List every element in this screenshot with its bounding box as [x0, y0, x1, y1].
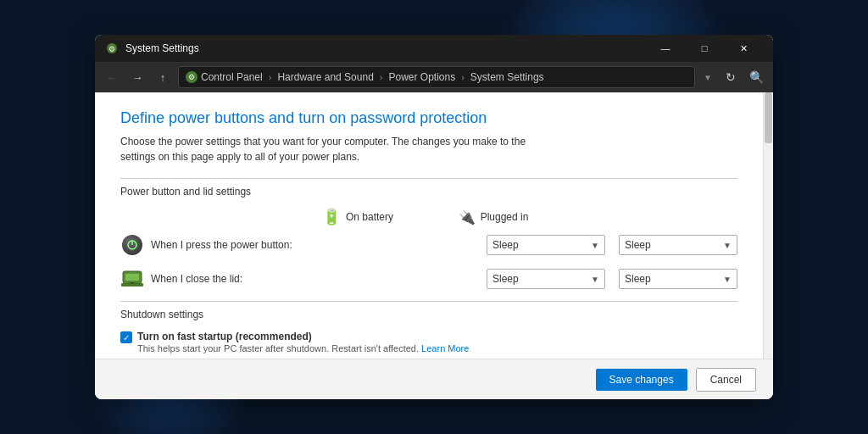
main-panel: Define power buttons and turn on passwor…: [95, 92, 763, 359]
power-button-plugged-value: Sleep: [625, 239, 651, 251]
window-title: System Settings: [125, 42, 646, 54]
battery-icon: 🔋: [322, 208, 341, 226]
close-lid-battery-arrow: ▼: [591, 275, 599, 284]
close-lid-plugged-value: Sleep: [625, 273, 651, 285]
on-battery-header: 🔋 On battery: [290, 208, 426, 226]
close-lid-icon: [120, 267, 144, 291]
sep-1: ›: [269, 72, 272, 82]
plug-icon: 🔌: [459, 209, 476, 225]
sep-3: ›: [461, 72, 465, 82]
on-battery-label: On battery: [346, 211, 393, 223]
power-button-plugged-select[interactable]: Sleep ▼: [619, 235, 737, 255]
svg-point-7: [130, 282, 135, 284]
close-lid-selects: Sleep ▼ Sleep ▼: [487, 269, 737, 289]
refresh-button[interactable]: ↻: [721, 67, 741, 87]
close-button[interactable]: ✕: [724, 35, 763, 62]
power-button-plugged-arrow: ▼: [723, 241, 732, 250]
search-button[interactable]: 🔍: [746, 67, 766, 87]
power-button-battery-value: Sleep: [492, 239, 519, 251]
power-button-battery-select[interactable]: Sleep ▼: [487, 235, 605, 255]
svg-rect-5: [125, 274, 139, 281]
scrollbar-thumb[interactable]: [765, 92, 772, 143]
plugged-in-header: 🔌 Plugged in: [426, 208, 561, 226]
close-lid-battery-value: Sleep: [492, 273, 519, 285]
close-lid-plugged-arrow: ▼: [723, 275, 732, 284]
fast-startup-checkbox[interactable]: ✓: [120, 331, 132, 343]
power-button-row: When I press the power button: Sleep ▼ S…: [120, 233, 737, 257]
divider-2: [120, 301, 737, 302]
sep-2: ›: [380, 72, 383, 82]
minimize-button[interactable]: —: [646, 35, 685, 62]
back-button[interactable]: ←: [102, 67, 122, 87]
power-button-battery-arrow: ▼: [591, 241, 599, 250]
learn-more-link[interactable]: Learn More: [421, 343, 469, 353]
title-bar: ⚙ System Settings — □ ✕: [95, 35, 773, 62]
address-bar: ← → ↑ ⚙ Control Panel › Hardware and Sou…: [95, 62, 773, 92]
svg-text:⚙: ⚙: [108, 45, 115, 53]
power-button-selects: Sleep ▼ Sleep ▼: [487, 235, 737, 255]
maximize-button[interactable]: □: [685, 35, 724, 62]
content-area: Define power buttons and turn on passwor…: [95, 92, 773, 359]
fast-startup-content: Turn on fast startup (recommended) This …: [137, 331, 737, 353]
shutdown-section-label: Shutdown settings: [120, 309, 737, 320]
scrollbar-track[interactable]: [763, 92, 773, 359]
forward-button[interactable]: →: [127, 67, 147, 87]
page-description: Choose the power settings that you want …: [120, 134, 527, 164]
breadcrumb-2: Hardware and Sound: [277, 71, 373, 83]
bottom-bar: Save changes Cancel: [95, 359, 773, 399]
close-lid-plugged-select[interactable]: Sleep ▼: [619, 269, 737, 289]
address-input[interactable]: ⚙ Control Panel › Hardware and Sound › P…: [178, 66, 695, 88]
divider-1: [120, 178, 737, 179]
breadcrumb-4: System Settings: [470, 71, 544, 83]
power-button-label: When I press the power button:: [151, 239, 487, 251]
page-title: Define power buttons and turn on passwor…: [120, 109, 737, 127]
window-controls: — □ ✕: [646, 35, 763, 62]
breadcrumb-1: Control Panel: [201, 71, 263, 83]
power-section-label: Power button and lid settings: [120, 186, 737, 198]
window-icon: ⚙: [105, 42, 119, 55]
fast-startup-checkbox-wrap: ✓: [120, 331, 132, 343]
close-lid-label: When I close the lid:: [151, 273, 487, 285]
fast-startup-desc: This helps start your PC faster after sh…: [137, 343, 737, 353]
save-changes-button[interactable]: Save changes: [596, 369, 687, 391]
fast-startup-label: Turn on fast startup (recommended): [137, 331, 737, 342]
power-button-icon: [120, 233, 144, 257]
up-button[interactable]: ↑: [153, 67, 173, 87]
plugged-in-label: Plugged in: [481, 211, 529, 223]
system-settings-window: ⚙ System Settings — □ ✕ ← → ↑ ⚙ Control …: [95, 35, 773, 399]
fast-startup-row: ✓ Turn on fast startup (recommended) Thi…: [120, 331, 737, 353]
address-dropdown-button[interactable]: ▼: [700, 73, 715, 82]
cancel-button[interactable]: Cancel: [696, 368, 756, 392]
breadcrumb-3: Power Options: [388, 71, 455, 83]
address-icon: ⚙: [186, 71, 198, 83]
close-lid-battery-select[interactable]: Sleep ▼: [487, 269, 605, 289]
close-lid-row: When I close the lid: Sleep ▼ Sleep ▼: [120, 267, 737, 291]
